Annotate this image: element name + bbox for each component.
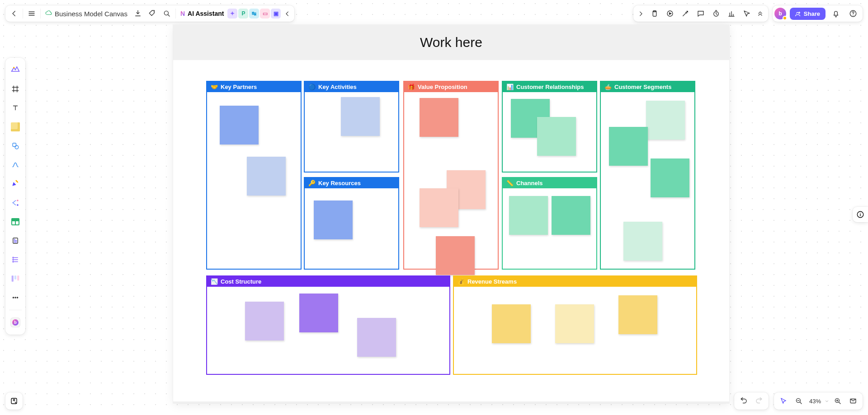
cursor-chat-button[interactable]: [740, 7, 754, 20]
frame-tool-button[interactable]: [7, 80, 24, 98]
zone-revenue-streams[interactable]: 💰 Revenue Streams: [453, 275, 697, 375]
ai-mini-sparkle[interactable]: ✦: [227, 9, 237, 19]
zone-customer-relationships[interactable]: 📊 Customer Relationships: [502, 81, 597, 173]
piechart-icon: 🥧: [604, 84, 612, 90]
sticky-note[interactable]: [341, 97, 380, 136]
ai-mini-chat[interactable]: ▣: [271, 9, 281, 19]
chevron-down-icon[interactable]: [825, 398, 829, 405]
table-icon: [11, 218, 19, 225]
apps-button[interactable]: b: [7, 314, 24, 331]
pointer-mode-button[interactable]: [777, 394, 790, 408]
sticky-note[interactable]: [646, 101, 685, 140]
minimap-button[interactable]: [846, 394, 860, 408]
ai-mini-branch[interactable]: ↹: [249, 9, 259, 19]
more-tools-button[interactable]: [7, 289, 24, 306]
mindmap-tool-button[interactable]: [7, 194, 24, 211]
share-label: Share: [804, 10, 820, 17]
zoom-in-button[interactable]: [831, 394, 844, 408]
sticky-note[interactable]: [509, 196, 548, 235]
sticky-note[interactable]: [314, 201, 353, 239]
sticky-note[interactable]: [436, 236, 475, 275]
kanban-tool-button[interactable]: [7, 270, 24, 287]
zone-label: Key Partners: [221, 84, 257, 90]
share-button[interactable]: Share: [790, 8, 826, 20]
zoom-out-button[interactable]: [792, 394, 806, 408]
doc-tool-button[interactable]: [7, 232, 24, 249]
notifications-button[interactable]: [829, 7, 843, 20]
zone-key-resources[interactable]: 🔑 Key Resources: [304, 177, 399, 270]
text-tool-button[interactable]: [7, 99, 24, 117]
activities-icon: 🔵: [308, 84, 316, 90]
ai-assistant-button[interactable]: N AI Assistant: [178, 10, 227, 17]
svg-point-18: [15, 297, 16, 298]
separator: [9, 310, 22, 310]
document-title-area[interactable]: Business Model Canvas: [42, 9, 130, 18]
sticky-note[interactable]: [220, 106, 259, 145]
zone-key-activities[interactable]: 🔵 Key Activities: [304, 81, 399, 173]
sticky-note[interactable]: [299, 294, 338, 332]
sticky-note[interactable]: [420, 188, 458, 227]
svg-point-7: [15, 145, 19, 149]
zone-label: Key Resources: [318, 180, 361, 187]
apps-icon: b: [10, 317, 20, 327]
zone-header: 🥧 Customer Segments: [601, 82, 694, 92]
sticky-note[interactable]: [555, 304, 594, 343]
svg-rect-14: [12, 275, 14, 281]
table-tool-button[interactable]: [7, 213, 24, 230]
comment-button[interactable]: [694, 7, 708, 20]
info-panel-toggle[interactable]: [853, 207, 868, 222]
menu-button[interactable]: [25, 7, 38, 20]
templates-button[interactable]: [7, 61, 24, 79]
zone-customer-segments[interactable]: 🥧 Customer Segments: [600, 81, 695, 270]
ai-icon: N: [180, 10, 185, 17]
sticky-note[interactable]: [420, 98, 458, 137]
sticky-note[interactable]: [357, 318, 396, 357]
back-button[interactable]: [7, 7, 21, 20]
sticky-note[interactable]: [245, 302, 284, 340]
sticky-note[interactable]: [492, 304, 531, 343]
help-button[interactable]: [846, 7, 860, 20]
pen-tool-button[interactable]: [7, 175, 24, 192]
tag-button[interactable]: [146, 7, 159, 20]
sticky-tool-button[interactable]: [7, 118, 24, 135]
connector-tool-button[interactable]: [7, 156, 24, 173]
handshake-icon: 🤝: [211, 84, 218, 90]
ai-mini-p[interactable]: P: [238, 9, 248, 19]
chart-button[interactable]: [725, 7, 738, 20]
bottom-right-panels: 43%: [734, 392, 863, 410]
zone-value-proposition[interactable]: 🎁 Value Proposition: [403, 81, 499, 270]
ai-mini-card[interactable]: ▭: [260, 9, 270, 19]
canvas-frame[interactable]: Work here 🤝 Key Partners 🔵 Key Activitie…: [173, 25, 729, 403]
sticky-note[interactable]: [651, 159, 689, 197]
search-button[interactable]: [160, 7, 174, 20]
timer-button[interactable]: [709, 7, 723, 20]
magic-button[interactable]: [679, 7, 692, 20]
sticky-note[interactable]: [609, 127, 648, 166]
zoom-level[interactable]: 43%: [807, 398, 823, 405]
zone-channels[interactable]: 📏 Channels: [502, 177, 597, 270]
collapse-ai-button[interactable]: [282, 7, 292, 20]
clipboard-button[interactable]: [648, 7, 661, 20]
sticky-note[interactable]: [618, 295, 657, 334]
zone-label: Cost Structure: [221, 278, 261, 285]
undo-button[interactable]: [737, 394, 750, 408]
more-tools-button[interactable]: [755, 7, 765, 20]
zone-cost-structure[interactable]: 📉 Cost Structure: [206, 275, 450, 375]
quick-add-button[interactable]: [5, 392, 23, 410]
shape-tool-button[interactable]: [7, 137, 24, 154]
zone-key-partners[interactable]: 🤝 Key Partners: [206, 81, 302, 270]
sticky-note[interactable]: [537, 117, 576, 156]
sticky-note[interactable]: [247, 157, 286, 196]
redo-button[interactable]: [752, 394, 766, 408]
money-icon: 💰: [458, 278, 465, 285]
expand-tools-button[interactable]: [636, 7, 646, 20]
zone-label: Key Activities: [318, 84, 357, 90]
sticky-note[interactable]: [623, 222, 662, 261]
export-button[interactable]: [131, 7, 145, 20]
frame-title: Work here: [173, 25, 729, 60]
sticky-note[interactable]: [552, 196, 590, 235]
present-button[interactable]: [663, 7, 677, 20]
svg-rect-16: [17, 275, 19, 280]
list-tool-button[interactable]: [7, 251, 24, 268]
avatar[interactable]: b: [774, 8, 786, 19]
